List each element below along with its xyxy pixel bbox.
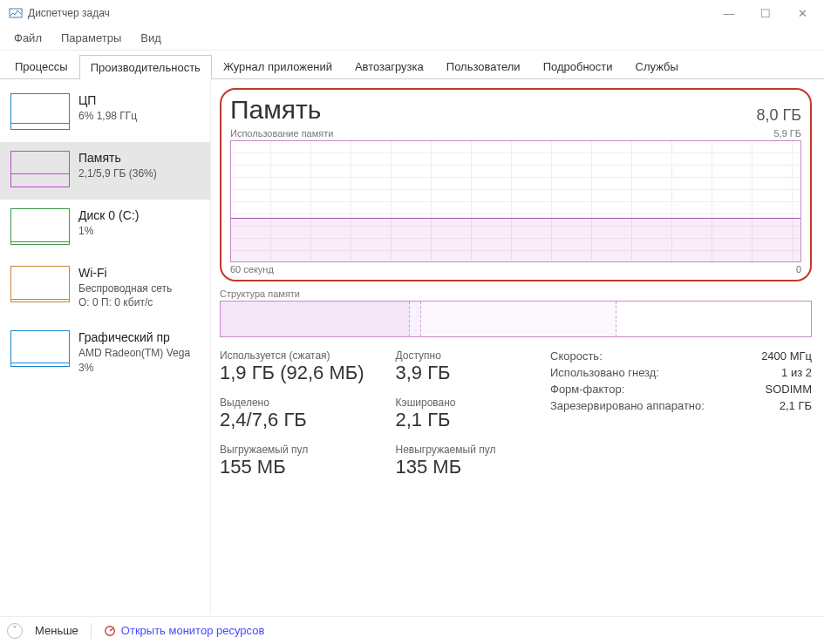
- memory-sub: 2,1/5,9 ГБ (36%): [78, 166, 157, 180]
- disk-sub: 1%: [78, 224, 139, 238]
- wifi-sub: Беспроводная сеть: [78, 281, 172, 295]
- svg-line-2: [110, 628, 113, 631]
- tab-services[interactable]: Службы: [624, 54, 690, 78]
- memory-thumb: [10, 151, 70, 187]
- memory-panel: Память 8,0 ГБ Использование памяти 5,9 Г…: [211, 79, 824, 613]
- window-title: Диспетчер задач: [28, 7, 110, 19]
- fewer-details-button[interactable]: ˇ: [7, 623, 23, 639]
- menu-file[interactable]: Файл: [5, 28, 51, 48]
- cpu-thumb: [10, 93, 70, 130]
- usage-label: Использование памяти: [230, 128, 333, 139]
- highlight-annotation: Память 8,0 ГБ Использование памяти 5,9 Г…: [220, 88, 812, 281]
- wifi-title: Wi-Fi: [78, 266, 172, 280]
- chart-fill: [231, 218, 800, 261]
- stats-grid: Используется (сжатая) 1,9 ГБ (92,6 МБ) Д…: [220, 349, 495, 478]
- form-v: SODIMM: [766, 383, 812, 396]
- seg-in-use: [221, 302, 410, 336]
- reserved-k: Зарезервировано аппаратно:: [550, 399, 705, 412]
- footer-separator: [91, 623, 92, 639]
- menu-options[interactable]: Параметры: [52, 28, 130, 48]
- memory-total: 8,0 ГБ: [756, 106, 801, 125]
- in-use-value: 1,9 ГБ (92,6 МБ): [220, 362, 364, 384]
- minimize-button[interactable]: —: [711, 0, 747, 26]
- disk-thumb: [10, 208, 70, 245]
- committed-value: 2,4/7,6 ГБ: [220, 409, 364, 431]
- available-value: 3,9 ГБ: [396, 362, 496, 384]
- speed-k: Скорость:: [550, 349, 603, 363]
- paged-value: 155 МБ: [220, 456, 364, 478]
- gpu-sub2: 3%: [78, 361, 190, 375]
- cached-label: Кэшировано: [396, 397, 496, 409]
- struct-label: Структура памяти: [220, 288, 812, 299]
- open-resource-monitor[interactable]: Открыть монитор ресурсов: [104, 624, 264, 637]
- cpu-title: ЦП: [78, 93, 137, 107]
- sidebar-item-disk[interactable]: Диск 0 (C:) 1%: [0, 200, 210, 257]
- specs-list: Скорость:2400 МГц Использовано гнезд:1 и…: [550, 349, 812, 478]
- reserved-v: 2,1 ГБ: [780, 399, 812, 412]
- memory-title: Память: [78, 151, 157, 165]
- title-bar: Диспетчер задач — ☐ ✕: [0, 0, 824, 26]
- paged-label: Выгружаемый пул: [220, 444, 364, 456]
- sidebar-item-gpu[interactable]: Графический пр AMD Radeon(TM) Vega 3%: [0, 322, 210, 386]
- sidebar-item-wifi[interactable]: Wi-Fi Беспроводная сеть О: 0 П: 0 кбит/с: [0, 257, 210, 322]
- seg-standby: [421, 302, 616, 336]
- seg-free: [616, 302, 811, 336]
- nonpaged-value: 135 МБ: [396, 456, 496, 478]
- sidebar-item-cpu[interactable]: ЦП 6% 1,98 ГГц: [0, 85, 210, 142]
- app-icon: [9, 6, 23, 20]
- slots-v: 1 из 2: [781, 366, 812, 379]
- menu-view[interactable]: Вид: [132, 28, 170, 48]
- gpu-thumb: [10, 330, 70, 367]
- fewer-label[interactable]: Меньше: [35, 624, 78, 637]
- cpu-sub: 6% 1,98 ГГц: [78, 109, 137, 123]
- cached-value: 2,1 ГБ: [396, 409, 496, 431]
- wifi-thumb: [10, 266, 70, 302]
- tab-apphistory[interactable]: Журнал приложений: [212, 54, 344, 78]
- panel-title: Память: [230, 95, 322, 125]
- sidebar-item-memory[interactable]: Память 2,1/5,9 ГБ (36%): [0, 142, 210, 200]
- available-label: Доступно: [396, 349, 496, 362]
- tab-startup[interactable]: Автозагрузка: [344, 54, 435, 78]
- memory-usage-chart[interactable]: [230, 140, 801, 262]
- speed-v: 2400 МГц: [761, 349, 812, 363]
- committed-label: Выделено: [220, 397, 364, 409]
- axis-right: 0: [796, 264, 801, 275]
- tab-details[interactable]: Подробности: [532, 54, 624, 78]
- tab-bar: Процессы Производительность Журнал прило…: [0, 51, 824, 79]
- resmon-label: Открыть монитор ресурсов: [121, 624, 264, 637]
- gpu-sub: AMD Radeon(TM) Vega: [78, 346, 190, 360]
- disk-title: Диск 0 (C:): [78, 208, 139, 222]
- tab-processes[interactable]: Процессы: [3, 54, 79, 78]
- form-k: Форм-фактор:: [550, 383, 624, 396]
- gpu-title: Графический пр: [78, 330, 190, 344]
- slots-k: Использовано гнезд:: [550, 366, 659, 379]
- performance-sidebar: ЦП 6% 1,98 ГГц Память 2,1/5,9 ГБ (36%) Д…: [0, 79, 211, 613]
- axis-left: 60 секунд: [230, 264, 274, 275]
- tab-performance[interactable]: Производительность: [79, 55, 212, 79]
- menu-bar: Файл Параметры Вид: [0, 26, 824, 51]
- memory-composition-bar[interactable]: [220, 301, 812, 337]
- nonpaged-label: Невыгружаемый пул: [396, 444, 496, 456]
- resmon-icon: [104, 625, 116, 637]
- close-button[interactable]: ✕: [784, 0, 821, 26]
- seg-modified: [410, 302, 422, 336]
- usage-max: 5,9 ГБ: [773, 128, 801, 139]
- wifi-sub2: О: 0 П: 0 кбит/с: [78, 295, 172, 309]
- footer: ˇ Меньше Открыть монитор ресурсов: [0, 616, 824, 644]
- maximize-button[interactable]: ☐: [747, 0, 784, 26]
- in-use-label: Используется (сжатая): [220, 349, 364, 362]
- tab-users[interactable]: Пользователи: [435, 54, 532, 78]
